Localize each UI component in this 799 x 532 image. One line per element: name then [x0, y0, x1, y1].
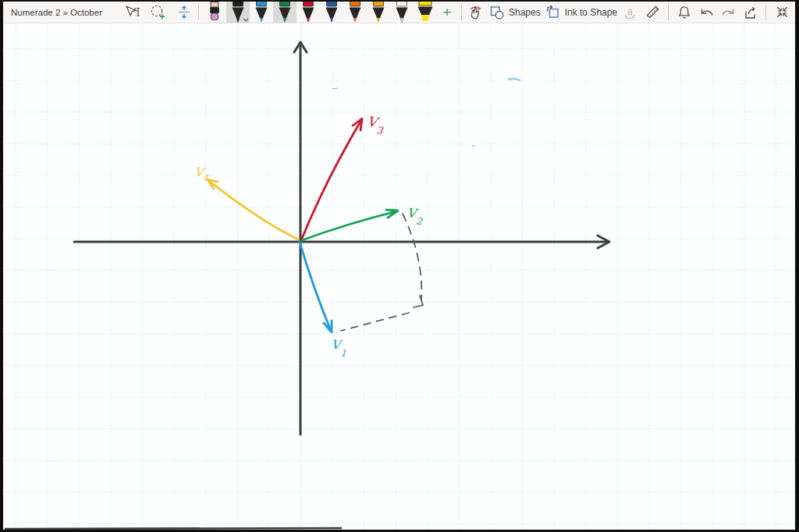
pen-orange-icon: [346, 1, 364, 23]
chevron-down-icon: [243, 18, 249, 22]
ruler-icon: [645, 4, 661, 20]
undo-button[interactable]: [696, 2, 716, 23]
share-button[interactable]: [740, 2, 760, 23]
bell-icon: [676, 5, 692, 20]
highlighter-icon: [415, 1, 435, 23]
screen-edge-right: [795, 0, 799, 532]
whiteboard-drawing[interactable]: V3 V2 V1 V4: [0, 23, 799, 532]
lasso-select-tool-button[interactable]: [148, 2, 169, 23]
ink-to-text-button: a: [620, 2, 641, 23]
partial-bottom-stroke: [5, 528, 342, 529]
ruler-button[interactable]: [642, 2, 662, 23]
draw-with-touch-button[interactable]: [466, 2, 486, 23]
svg-text:a: a: [627, 5, 633, 16]
pen-black-button[interactable]: [226, 1, 250, 23]
pen-white-icon: [393, 1, 410, 23]
shapes-label: Shapes: [509, 7, 541, 18]
shapes-icon: [489, 5, 505, 20]
breadcrumb[interactable]: Numerade 2 » October: [11, 8, 102, 17]
pen-orange-button[interactable]: [343, 1, 367, 23]
screen-edge-top: [0, 0, 799, 2]
toolbar-divider: [198, 5, 199, 20]
pen-tray: +: [203, 1, 457, 23]
collapse-icon: [774, 4, 790, 20]
pen-red-icon: [300, 1, 317, 23]
add-pen-button[interactable]: +: [437, 2, 457, 23]
shapes-button[interactable]: Shapes: [488, 2, 542, 23]
select-type-icon: A: [124, 5, 141, 20]
ink-to-text-icon: a: [622, 5, 639, 20]
draw-toolbar: Numerade 2 » October A: [0, 0, 799, 23]
collapse-toolbar-button[interactable]: [772, 2, 792, 23]
pen-white-button[interactable]: [390, 1, 414, 23]
toolbar-divider: [461, 5, 462, 20]
canvas-area[interactable]: V3 V2 V1 V4: [0, 23, 799, 532]
redo-button[interactable]: [718, 2, 738, 23]
pen-green-button[interactable]: [273, 1, 297, 23]
pen-blue-icon: [253, 1, 270, 23]
pen-amber-button[interactable]: [367, 1, 390, 23]
insert-space-icon: [176, 4, 192, 20]
pen-red-button[interactable]: [297, 1, 320, 23]
pen-green-icon: [276, 1, 293, 23]
pen-blue-button[interactable]: [250, 1, 273, 23]
highlighter-yellow-button[interactable]: [414, 1, 437, 23]
pen-amber-icon: [370, 1, 387, 23]
toolbar-divider: [765, 5, 766, 20]
redo-icon: [720, 5, 737, 20]
draw-with-touch-icon: [467, 4, 485, 20]
screen-edge-left: [0, 0, 3, 532]
ink-to-shape-label: Ink to Shape: [565, 7, 617, 18]
ink-to-shape-button[interactable]: Ink to Shape: [544, 2, 619, 23]
share-icon: [742, 4, 758, 20]
add-pen-label: +: [442, 4, 451, 20]
ink-to-shape-icon: [545, 5, 561, 20]
select-type-tool-button[interactable]: A: [123, 2, 143, 23]
eraser-tool-button[interactable]: [203, 1, 226, 23]
pen-navy-button[interactable]: [320, 1, 343, 23]
undo-icon: [698, 5, 715, 20]
eraser-icon: [206, 1, 223, 22]
insert-space-tool-button[interactable]: [174, 2, 194, 23]
svg-text:A: A: [133, 5, 137, 12]
pen-navy-icon: [323, 1, 340, 23]
notifications-button[interactable]: [674, 2, 694, 23]
toolbar-divider: [668, 5, 669, 20]
grid-paper: [0, 23, 799, 532]
lasso-select-icon: [150, 4, 166, 20]
